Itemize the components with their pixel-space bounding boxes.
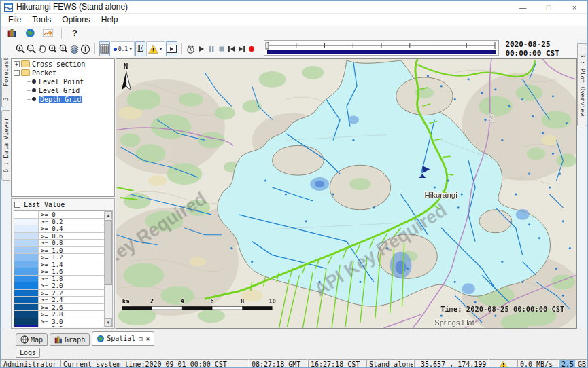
scrollbar-thumb[interactable] [105,220,112,285]
layers-button[interactable] [69,41,80,56]
legend-color-swatch [14,282,39,289]
tab-spatial[interactable]: Spatial ❐ ✕ [92,331,154,346]
expand-icon[interactable]: + [14,61,20,67]
menu-item[interactable]: File [3,14,27,25]
legend-row[interactable]: >= 2.4 [14,297,104,304]
zoom-in-icon [16,44,26,54]
maximize-button[interactable]: □ [536,1,561,14]
main-toolbar: ? [1,26,587,40]
data-display-button[interactable] [5,27,20,39]
map-view[interactable]: API Key Required API Key Required Hikura… [116,58,577,329]
legend-table: >= 0 >= 0.2 >= 0.4 >= 0.6 [14,210,105,327]
animation-panel-button[interactable] [166,41,177,56]
classification-label: E [137,44,143,54]
classification-button[interactable]: E [135,41,145,56]
info-button[interactable] [80,41,90,56]
legend-color-swatch [14,211,39,218]
legend-row[interactable]: >= 2.2 [14,290,104,297]
legend-row[interactable]: >= 0.6 [14,233,104,240]
legend-row[interactable]: >= 0 [14,211,104,219]
reset-time-button[interactable] [186,41,196,56]
pause-button[interactable] [207,41,216,56]
warning-dropdown[interactable]: ▼ [146,41,165,56]
tab-map[interactable]: Map [16,333,48,346]
legend-color-swatch [14,225,39,232]
legend-row[interactable]: >= 1.6 [14,268,104,276]
tree-item-level-grid[interactable]: Level Grid [12,86,114,94]
zoom-in-button[interactable] [16,41,26,56]
tab-data-viewer[interactable]: 6 : Data Viewer [1,110,10,181]
legend-row[interactable]: >= 0.4 [14,225,104,233]
tab-graph[interactable]: Graph [50,333,90,346]
timeline-slider[interactable] [264,40,499,58]
legend-row[interactable]: >= 2.0 [14,282,104,290]
record-button[interactable] [247,41,257,56]
play-button[interactable] [196,41,206,56]
last-value-checkbox[interactable] [14,202,20,208]
logs-button[interactable]: Logs [16,348,40,358]
legend-scrollbar[interactable]: ▲ ▼ [104,210,113,327]
tree-item-level-point[interactable]: Level Point [12,77,114,86]
tab-forecast[interactable]: 5 : Forecast [1,58,10,107]
spatial-display-button[interactable] [22,27,37,39]
legend-row[interactable]: >= 1.0 [14,247,104,255]
legend-row-label: >= 3.0 [39,318,63,325]
status-warning-cell[interactable] [489,359,517,368]
legend-row[interactable]: >= 1.8 [14,276,104,283]
menu-item[interactable]: Options [56,14,95,25]
pan-button[interactable] [37,41,47,56]
close-button[interactable]: × [561,1,587,14]
legend-row-label: >= 2.2 [39,290,63,297]
status-bar: Administrator Current system time:2020-0… [1,359,588,368]
legend-row[interactable]: >= 3.0 [14,318,104,326]
tab-plot-overview[interactable]: 3 : Plot Overview [577,43,587,126]
legend-row-label: >= 2.0 [39,282,63,289]
step-forward-icon [238,45,245,52]
legend-row[interactable]: >= 0.8 [14,240,104,247]
point-size-dropdown[interactable]: 0.1 ▼ [111,41,135,56]
tab-close-icon[interactable]: ✕ [146,335,150,342]
minimize-icon: — [519,3,527,12]
collapse-icon[interactable]: - [14,70,20,76]
legend-row[interactable]: >= 2.8 [14,311,104,318]
record-icon [248,45,255,52]
legend-row[interactable]: >= 1.4 [14,261,104,269]
legend-row[interactable]: >= 1.2 [14,254,104,261]
tree-connector [27,99,31,100]
scroll-down-icon[interactable]: ▼ [105,318,112,327]
step-back-button[interactable] [227,41,237,56]
grid-toggle-button[interactable] [99,41,110,56]
svg-text:2: 2 [150,298,154,305]
tree-item-cross-section[interactable]: + Cross-section [12,60,114,68]
menu-item[interactable]: Tools [27,14,56,25]
zoom-previous-button[interactable] [48,41,58,56]
legend-row[interactable]: >= 0.2 [14,219,104,226]
scale-unit: km [122,298,130,305]
status-local-time: 16:27:18 CST [308,359,366,368]
menu-item[interactable]: Help [96,14,124,25]
tab-map-label: Map [31,336,43,344]
legend-row[interactable]: >= 3.2 [14,325,104,327]
step-forward-button[interactable] [237,41,247,56]
tab-restore-icon[interactable]: ❐ [139,335,142,342]
tab-forecast-label: 5 : Forecast [3,58,10,102]
legend-color-swatch [14,290,39,297]
legend-color-swatch [14,297,39,303]
timeline-handle[interactable] [266,43,269,49]
legend-color-swatch [14,254,39,261]
tree-item-depth-grid[interactable]: Depth Grid [12,95,114,103]
scroll-up-icon[interactable]: ▲ [105,211,112,219]
pause-icon [208,45,215,52]
tree-item-pocket[interactable]: - Pocket [12,69,114,77]
folder-icon [21,69,30,76]
zoom-out-button[interactable] [27,41,37,56]
legend-row[interactable]: >= 2.6 [14,304,104,312]
left-tab-strip: 5 : Forecast 6 : Data Viewer [1,58,10,329]
time-series-button[interactable] [40,27,55,39]
stop-button[interactable] [217,41,226,56]
minimize-button[interactable]: — [510,1,536,14]
folder-icon [21,60,30,67]
stop-icon [218,45,225,52]
help-button[interactable]: ? [68,28,82,38]
zoom-next-button[interactable] [58,41,69,56]
